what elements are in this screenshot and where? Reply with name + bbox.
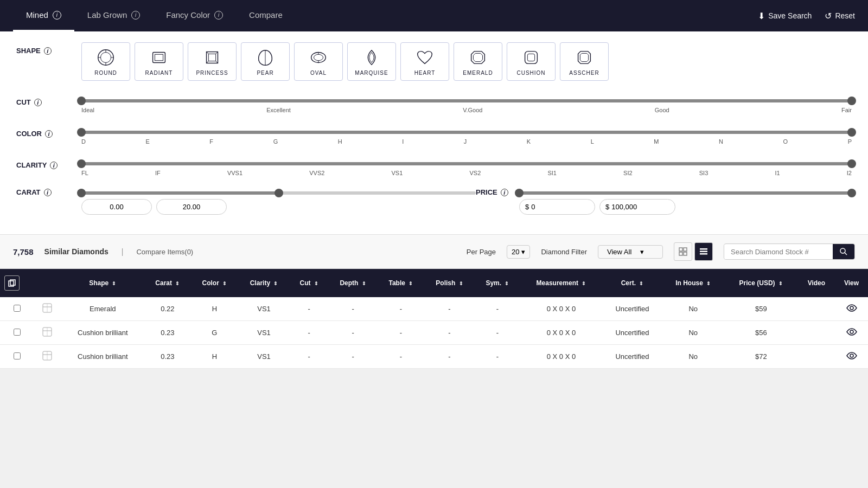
table-header-polish[interactable]: Polish ⇕ [424, 269, 475, 297]
search-stock-button[interactable] [833, 244, 854, 259]
view-eye-button[interactable] [846, 327, 857, 338]
shape-round[interactable]: ROUND [81, 42, 130, 81]
table-sort-icon: ⇕ [409, 281, 413, 286]
filter-select-value: View All [607, 248, 631, 256]
carat-handle-right[interactable] [275, 189, 283, 197]
results-separator: | [122, 247, 124, 256]
row-clarity: VS1 [238, 321, 290, 345]
color-d: D [81, 138, 86, 145]
color-labels: D E F G H I J K L M N O P [81, 138, 852, 145]
table-header-cut[interactable]: Cut ⇕ [290, 269, 328, 297]
marquise-label: MARQUISE [355, 70, 388, 76]
nav-tab-fancy-color[interactable]: Fancy Color i [153, 0, 236, 31]
row-depth: - [328, 321, 378, 345]
row-checkbox[interactable] [14, 329, 21, 336]
svg-point-16 [314, 54, 323, 60]
round-icon [95, 47, 116, 68]
color-o: O [783, 138, 788, 145]
color-info-icon[interactable]: i [45, 130, 53, 138]
table-header-view: View [835, 269, 868, 297]
view-eye-button[interactable] [846, 351, 857, 362]
row-sym: - [475, 345, 520, 369]
row-icon-cell [34, 297, 61, 321]
price-max-input[interactable] [611, 203, 669, 211]
mined-info-icon[interactable]: i [53, 11, 61, 20]
table-header-color[interactable]: Color ⇕ [191, 269, 238, 297]
color-h: H [338, 138, 342, 145]
color-filter-label: COLOR i [16, 125, 81, 138]
row-cut: - [290, 297, 328, 321]
nav-tab-lab-grown[interactable]: Lab Grown i [74, 0, 153, 31]
row-cut: - [290, 321, 328, 345]
shape-marquise[interactable]: MARQUISE [347, 42, 396, 81]
shape-asscher[interactable]: ASSCHER [560, 42, 609, 81]
clarity-fl: FL [81, 170, 88, 176]
clarity-handle-right[interactable] [847, 159, 856, 168]
row-checkbox[interactable] [14, 305, 21, 312]
cut-info-icon[interactable]: i [34, 99, 42, 106]
list-view-button[interactable] [694, 242, 713, 261]
row-measurement: 0 X 0 X 0 [520, 321, 603, 345]
search-stock [724, 243, 855, 260]
clarity-si1: SI1 [547, 170, 557, 176]
price-info-icon[interactable]: i [501, 189, 508, 196]
diamond-filter-select[interactable]: View All ▾ [598, 245, 663, 259]
clarity-info-icon[interactable]: i [50, 162, 58, 169]
compare-items-label[interactable]: Compare Items(0) [136, 248, 193, 256]
table-header-sym[interactable]: Sym. ⇕ [475, 269, 520, 297]
table-header-shape[interactable]: Shape ⇕ [61, 269, 144, 297]
lab-grown-info-icon[interactable]: i [131, 11, 140, 20]
table-header-cert[interactable]: Cert. ⇕ [602, 269, 662, 297]
shape-oval[interactable]: OVAL [294, 42, 343, 81]
table-header-price[interactable]: Price (USD) ⇕ [724, 269, 798, 297]
shape-heart[interactable]: HEART [400, 42, 449, 81]
color-handle-left[interactable] [77, 128, 86, 137]
per-page-select[interactable]: 20 ▾ [507, 245, 530, 259]
reset-button[interactable]: ↺ Reset [825, 11, 855, 21]
shape-info-icon[interactable]: i [44, 47, 52, 55]
copy-all-button[interactable] [4, 275, 20, 291]
nav-tab-mined[interactable]: Mined i [13, 0, 74, 31]
table-header-checkbox [0, 269, 34, 297]
row-table: - [378, 297, 424, 321]
table-header-table[interactable]: Table ⇕ [378, 269, 424, 297]
clarity-handle-left[interactable] [77, 159, 86, 168]
list-icon [699, 247, 708, 256]
color-g: G [273, 138, 278, 145]
row-icon-cell [34, 345, 61, 369]
price-handle-right[interactable] [847, 189, 856, 197]
fancy-color-info-icon[interactable]: i [214, 11, 223, 20]
table-header-carat[interactable]: Carat ⇕ [144, 269, 191, 297]
cut-handle-left[interactable] [77, 97, 86, 105]
table-header-clarity[interactable]: Clarity ⇕ [238, 269, 290, 297]
cut-handle-right[interactable] [847, 97, 856, 105]
price-min-input[interactable] [531, 203, 589, 211]
table-header-in-house[interactable]: In House ⇕ [662, 269, 724, 297]
price-inputs: $ $ [519, 199, 852, 215]
color-handle-right[interactable] [847, 128, 856, 137]
save-search-button[interactable]: ⬇ Save Search [758, 11, 812, 21]
shape-princess[interactable]: PRINCESS [188, 42, 237, 81]
table-header-depth[interactable]: Depth ⇕ [328, 269, 378, 297]
price-handle-left[interactable] [515, 189, 524, 197]
carat-max-input[interactable]: 20.00 [156, 199, 227, 215]
search-stock-input[interactable] [724, 245, 833, 259]
view-eye-button[interactable] [846, 303, 857, 314]
color-filter-row: COLOR i D E F G H I J K L M N O [16, 125, 852, 145]
carat-handle-left[interactable] [77, 189, 86, 197]
shape-pear[interactable]: PEAR [241, 42, 290, 81]
cut-fill [81, 99, 852, 102]
row-checkbox[interactable] [14, 352, 21, 359]
shape-emerald[interactable]: EMERALD [454, 42, 502, 81]
shape-radiant[interactable]: RADIANT [135, 42, 183, 81]
nav-tab-compare[interactable]: Compare [236, 0, 296, 31]
row-view [835, 345, 868, 369]
shape-cushion[interactable]: CUSHION [507, 42, 556, 81]
table-header-measurement[interactable]: Measurement ⇕ [520, 269, 603, 297]
sym-sort-icon: ⇕ [505, 281, 509, 286]
row-polish: - [424, 297, 475, 321]
row-icon-cell [34, 321, 61, 345]
carat-info-icon[interactable]: i [44, 189, 52, 196]
grid-view-button[interactable] [674, 242, 692, 261]
carat-min-input[interactable]: 0.00 [81, 199, 152, 215]
